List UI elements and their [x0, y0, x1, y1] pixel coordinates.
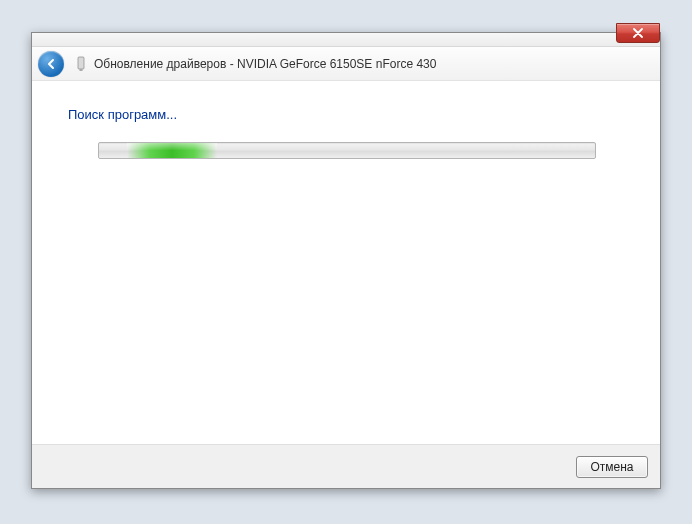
close-icon — [633, 28, 643, 38]
cancel-button[interactable]: Отмена — [576, 456, 648, 478]
svg-rect-1 — [80, 69, 83, 71]
footer: Отмена — [32, 444, 660, 488]
progress-marquee — [127, 143, 217, 158]
content-area: Поиск программ... — [32, 81, 660, 444]
close-button[interactable] — [616, 23, 660, 43]
back-button[interactable] — [38, 51, 64, 77]
status-text: Поиск программ... — [68, 107, 624, 122]
back-arrow-icon — [44, 57, 58, 71]
driver-update-dialog: Обновление драйверов - NVIDIA GeForce 61… — [31, 32, 661, 489]
svg-rect-0 — [78, 57, 84, 69]
device-icon — [74, 56, 88, 72]
titlebar — [32, 33, 660, 47]
wizard-title: Обновление драйверов - NVIDIA GeForce 61… — [94, 57, 436, 71]
progress-bar — [98, 142, 596, 159]
wizard-header: Обновление драйверов - NVIDIA GeForce 61… — [32, 47, 660, 81]
